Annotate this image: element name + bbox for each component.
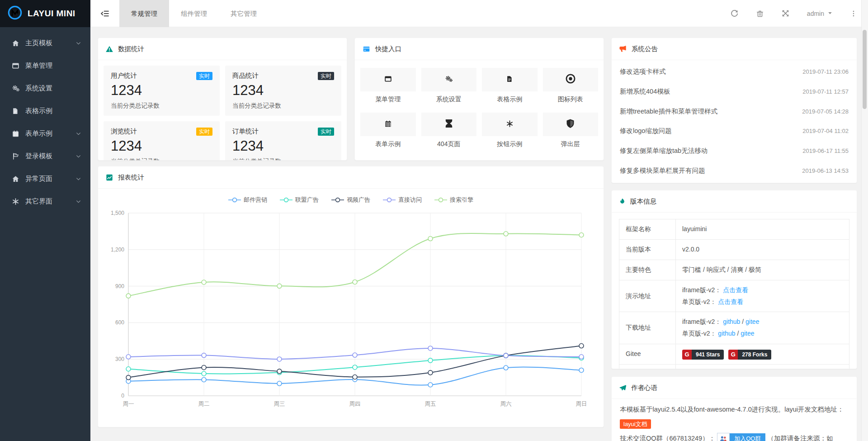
menu-fold-icon[interactable] <box>90 0 119 27</box>
quick-entry-5[interactable]: 表单示例 <box>360 113 416 148</box>
layui-doc-link[interactable]: layui文档 <box>620 419 651 429</box>
sidebar-item-2[interactable]: 菜单管理 <box>0 54 90 77</box>
quick-entry-2[interactable]: 系统设置 <box>421 68 477 104</box>
chevron-down-icon <box>75 176 81 182</box>
refresh-icon[interactable] <box>730 9 739 18</box>
announcement-item-1[interactable]: 修改选项卡样式2019-07-11 23:06 <box>620 67 849 76</box>
version-link[interactable]: 点击查看 <box>723 286 748 294</box>
stat-value: 1234 <box>111 138 212 154</box>
quick-entry-3[interactable]: 表格示例 <box>482 68 538 104</box>
gears-icon <box>12 84 21 93</box>
gears-icon <box>445 75 453 85</box>
sidebar-item-5[interactable]: 表单示例 <box>0 122 90 145</box>
version-row-7: GithubStar1,419Fork440 <box>619 365 849 369</box>
user-menu[interactable]: admin <box>807 9 833 18</box>
stat-value: 1234 <box>111 82 212 99</box>
page-scrollbar[interactable] <box>861 0 868 441</box>
sidebar-item-3[interactable]: 系统设置 <box>0 77 90 100</box>
chart-legend: 邮件营销联盟广告视频广告直接访问搜索引擎 <box>98 196 604 204</box>
svg-text:900: 900 <box>115 283 124 289</box>
system-announcement-card: 系统公告 修改选项卡样式2019-07-11 23:06新增系统404模板201… <box>611 38 857 183</box>
version-link[interactable]: github <box>723 318 740 325</box>
legend-item-2[interactable]: 联盟广告 <box>280 196 319 204</box>
tab-2[interactable]: 组件管理 <box>169 0 219 27</box>
version-row-value: iframe版-v2： github / gitee单页版-v2： github… <box>676 312 849 344</box>
quick-entry-label: 404页面 <box>421 140 477 148</box>
more-options-icon[interactable] <box>850 10 857 17</box>
announcement-item-2[interactable]: 新增系统404模板2019-07-11 12:57 <box>620 87 849 96</box>
stat-value: 1234 <box>232 138 334 154</box>
quick-entry-4[interactable]: 图标列表 <box>543 68 599 104</box>
legend-item-1[interactable]: 邮件营销 <box>228 196 267 204</box>
stat-box-4: 订单统计实时1234当前分类总记录数 <box>225 121 341 161</box>
top-header: 常规管理组件管理其它管理 admin <box>90 0 868 27</box>
announcement-item-6[interactable]: 修复多模块菜单栏展开有问题2019-06-13 14:53 <box>620 166 849 175</box>
gitee-badge[interactable]: G278 Forks <box>728 350 771 360</box>
quick-entry-icon-box <box>482 113 538 136</box>
chevron-down-icon <box>75 199 81 204</box>
version-row-value: 零门槛 / 响应式 / 清爽 / 极简 <box>676 260 849 280</box>
quick-entry-8[interactable]: 弹出层 <box>543 113 599 148</box>
join-qq-group-button[interactable]: 加入QQ群 <box>717 433 765 441</box>
author-words-card: 作者心语 本模板基于layui2.5.4以及font-awesome-4.7.0… <box>611 376 857 441</box>
header-tools: admin <box>730 9 868 18</box>
sidebar-menu: 主页模板菜单管理系统设置表格示例表单示例登录模板异常页面其它界面 <box>0 27 90 441</box>
quick-entry-icon-box <box>421 68 477 91</box>
card-header: 版本信息 <box>612 190 857 213</box>
svg-text:周一: 周一 <box>123 401 134 407</box>
legend-item-5[interactable]: 搜索引擎 <box>434 196 473 204</box>
stat-box-2: 商品统计实时1234当前分类总记录数 <box>225 66 341 116</box>
version-row-1: 框架名称layuimini <box>619 219 849 240</box>
stat-label: 商品统计 <box>232 71 259 80</box>
announcement-time: 2019-07-04 11:02 <box>802 128 849 134</box>
file-icon <box>506 75 513 85</box>
sidebar-item-4[interactable]: 表格示例 <box>0 100 90 122</box>
scrollbar-thumb[interactable] <box>863 30 867 109</box>
legend-item-4[interactable]: 直接访问 <box>383 196 422 204</box>
trash-icon[interactable] <box>756 9 764 18</box>
sidebar-item-label: 登录模板 <box>25 152 75 161</box>
window-icon <box>384 75 392 85</box>
quick-entry-6[interactable]: 404页面 <box>421 113 477 148</box>
tab-1[interactable]: 常规管理 <box>119 0 169 27</box>
legend-label: 搜索引擎 <box>450 196 473 204</box>
quick-entry-7[interactable]: 按钮示例 <box>482 113 538 148</box>
version-row-label: 下载地址 <box>619 312 676 344</box>
svg-text:1,200: 1,200 <box>111 247 124 253</box>
sidebar-item-8[interactable]: 其它界面 <box>0 190 90 213</box>
card-header: 报表统计 <box>98 166 604 189</box>
version-row-5: 下载地址iframe版-v2： github / gitee单页版-v2： gi… <box>619 312 849 344</box>
stat-box-3: 浏览统计实时1234当前分类总记录数 <box>104 121 220 161</box>
chevron-down-icon <box>75 131 81 137</box>
sidebar-item-1[interactable]: 主页模板 <box>0 32 90 54</box>
user-name: admin <box>807 10 824 17</box>
version-row-2: 当前版本v2.0.0 <box>619 239 849 260</box>
quick-entry-icon-box <box>543 68 599 91</box>
announcement-item-5[interactable]: 修复左侧菜单缩放tab无法移动2019-06-17 11:55 <box>620 147 849 155</box>
gitee-badge[interactable]: G941 Stars <box>682 350 724 360</box>
announcement-title: 新增系统404模板 <box>620 87 670 96</box>
version-link[interactable]: github <box>718 330 735 337</box>
gitee-logo-icon: G <box>682 350 692 360</box>
announcement-item-3[interactable]: 新增treetable插件和菜单管理样式2019-07-05 14:28 <box>620 107 849 116</box>
fullscreen-icon[interactable] <box>781 9 790 18</box>
announcement-item-4[interactable]: 修改logo缩放问题2019-07-04 11:02 <box>620 127 849 135</box>
version-link[interactable]: 点击查看 <box>718 298 743 305</box>
sidebar-item-7[interactable]: 异常页面 <box>0 167 90 190</box>
tab-3[interactable]: 其它管理 <box>219 0 269 27</box>
quick-entry-card: 快捷入口 菜单管理系统设置表格示例图标列表表单示例404页面按钮示例弹出层 <box>354 38 604 161</box>
calendar-icon <box>12 129 21 138</box>
card-header: 快捷入口 <box>355 38 604 60</box>
version-link[interactable]: gitee <box>745 318 759 325</box>
legend-item-3[interactable]: 视频广告 <box>331 196 370 204</box>
quick-entry-icon-box <box>360 68 416 91</box>
stat-description: 当前分类总记录数 <box>111 102 212 110</box>
hourglass-icon <box>443 118 454 131</box>
quick-entry-1[interactable]: 菜单管理 <box>360 68 416 104</box>
version-table: 框架名称layuimini当前版本v2.0.0主要特色零门槛 / 响应式 / 清… <box>619 219 849 369</box>
version-row-6: GiteeG941 StarsG278 Forks <box>619 344 849 365</box>
version-link[interactable]: gitee <box>741 330 754 337</box>
fire-icon <box>619 197 626 205</box>
sidebar-item-6[interactable]: 登录模板 <box>0 145 90 167</box>
svg-text:周四: 周四 <box>349 401 361 407</box>
